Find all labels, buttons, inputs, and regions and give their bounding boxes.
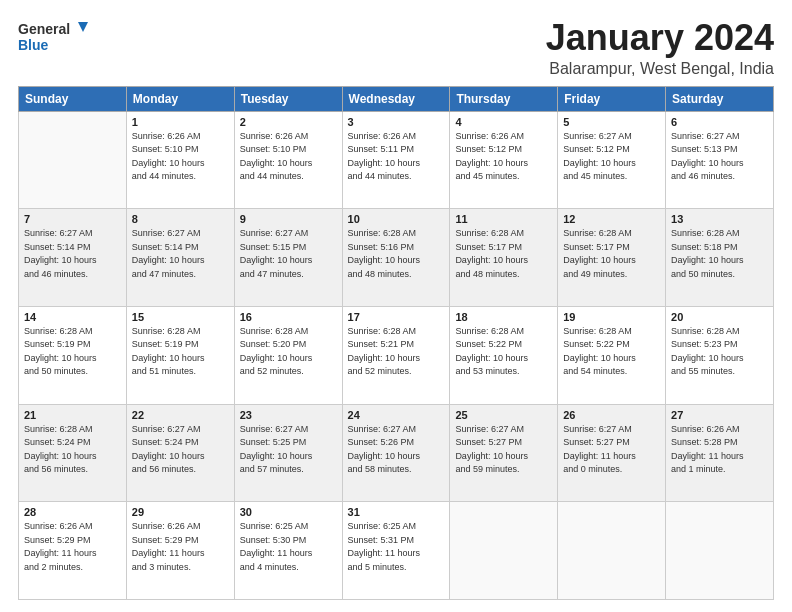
day-number: 24: [348, 409, 445, 421]
logo: General Blue: [18, 18, 88, 56]
calendar-cell: [450, 502, 558, 600]
day-info: Sunrise: 6:28 AMSunset: 5:22 PMDaylight:…: [563, 325, 660, 379]
day-info: Sunrise: 6:28 AMSunset: 5:19 PMDaylight:…: [24, 325, 121, 379]
day-number: 2: [240, 116, 337, 128]
svg-text:General: General: [18, 21, 70, 37]
calendar-cell: 20Sunrise: 6:28 AMSunset: 5:23 PMDayligh…: [666, 306, 774, 404]
day-number: 19: [563, 311, 660, 323]
calendar-cell: 28Sunrise: 6:26 AMSunset: 5:29 PMDayligh…: [19, 502, 127, 600]
col-tuesday: Tuesday: [234, 86, 342, 111]
calendar-page: General Blue January 2024 Balarampur, We…: [0, 0, 792, 612]
day-number: 18: [455, 311, 552, 323]
header: General Blue January 2024 Balarampur, We…: [18, 18, 774, 78]
day-info: Sunrise: 6:25 AMSunset: 5:31 PMDaylight:…: [348, 520, 445, 574]
day-number: 22: [132, 409, 229, 421]
day-number: 26: [563, 409, 660, 421]
calendar-cell: 30Sunrise: 6:25 AMSunset: 5:30 PMDayligh…: [234, 502, 342, 600]
day-number: 16: [240, 311, 337, 323]
col-wednesday: Wednesday: [342, 86, 450, 111]
day-number: 7: [24, 213, 121, 225]
day-info: Sunrise: 6:28 AMSunset: 5:19 PMDaylight:…: [132, 325, 229, 379]
day-number: 6: [671, 116, 768, 128]
calendar-cell: 1Sunrise: 6:26 AMSunset: 5:10 PMDaylight…: [126, 111, 234, 209]
week-row-1: 1Sunrise: 6:26 AMSunset: 5:10 PMDaylight…: [19, 111, 774, 209]
calendar-cell: [558, 502, 666, 600]
calendar-cell: 26Sunrise: 6:27 AMSunset: 5:27 PMDayligh…: [558, 404, 666, 502]
day-info: Sunrise: 6:28 AMSunset: 5:22 PMDaylight:…: [455, 325, 552, 379]
col-thursday: Thursday: [450, 86, 558, 111]
day-info: Sunrise: 6:26 AMSunset: 5:10 PMDaylight:…: [240, 130, 337, 184]
calendar-cell: 24Sunrise: 6:27 AMSunset: 5:26 PMDayligh…: [342, 404, 450, 502]
day-number: 11: [455, 213, 552, 225]
day-info: Sunrise: 6:28 AMSunset: 5:23 PMDaylight:…: [671, 325, 768, 379]
month-title: January 2024: [546, 18, 774, 58]
col-friday: Friday: [558, 86, 666, 111]
calendar-cell: [19, 111, 127, 209]
day-info: Sunrise: 6:26 AMSunset: 5:10 PMDaylight:…: [132, 130, 229, 184]
calendar-cell: 13Sunrise: 6:28 AMSunset: 5:18 PMDayligh…: [666, 209, 774, 307]
day-number: 5: [563, 116, 660, 128]
day-info: Sunrise: 6:27 AMSunset: 5:13 PMDaylight:…: [671, 130, 768, 184]
day-info: Sunrise: 6:27 AMSunset: 5:14 PMDaylight:…: [132, 227, 229, 281]
week-row-4: 21Sunrise: 6:28 AMSunset: 5:24 PMDayligh…: [19, 404, 774, 502]
day-info: Sunrise: 6:27 AMSunset: 5:27 PMDaylight:…: [563, 423, 660, 477]
col-sunday: Sunday: [19, 86, 127, 111]
day-number: 27: [671, 409, 768, 421]
col-saturday: Saturday: [666, 86, 774, 111]
calendar-cell: 3Sunrise: 6:26 AMSunset: 5:11 PMDaylight…: [342, 111, 450, 209]
calendar-cell: 12Sunrise: 6:28 AMSunset: 5:17 PMDayligh…: [558, 209, 666, 307]
day-number: 13: [671, 213, 768, 225]
calendar-cell: 17Sunrise: 6:28 AMSunset: 5:21 PMDayligh…: [342, 306, 450, 404]
day-number: 28: [24, 506, 121, 518]
calendar-cell: 29Sunrise: 6:26 AMSunset: 5:29 PMDayligh…: [126, 502, 234, 600]
day-info: Sunrise: 6:25 AMSunset: 5:30 PMDaylight:…: [240, 520, 337, 574]
day-info: Sunrise: 6:26 AMSunset: 5:29 PMDaylight:…: [132, 520, 229, 574]
week-row-2: 7Sunrise: 6:27 AMSunset: 5:14 PMDaylight…: [19, 209, 774, 307]
day-info: Sunrise: 6:27 AMSunset: 5:14 PMDaylight:…: [24, 227, 121, 281]
calendar-cell: 5Sunrise: 6:27 AMSunset: 5:12 PMDaylight…: [558, 111, 666, 209]
calendar-cell: 7Sunrise: 6:27 AMSunset: 5:14 PMDaylight…: [19, 209, 127, 307]
day-info: Sunrise: 6:27 AMSunset: 5:26 PMDaylight:…: [348, 423, 445, 477]
calendar-cell: 31Sunrise: 6:25 AMSunset: 5:31 PMDayligh…: [342, 502, 450, 600]
day-info: Sunrise: 6:26 AMSunset: 5:28 PMDaylight:…: [671, 423, 768, 477]
calendar-cell: 6Sunrise: 6:27 AMSunset: 5:13 PMDaylight…: [666, 111, 774, 209]
title-block: January 2024 Balarampur, West Bengal, In…: [546, 18, 774, 78]
day-number: 31: [348, 506, 445, 518]
day-number: 29: [132, 506, 229, 518]
day-info: Sunrise: 6:27 AMSunset: 5:15 PMDaylight:…: [240, 227, 337, 281]
calendar-cell: 27Sunrise: 6:26 AMSunset: 5:28 PMDayligh…: [666, 404, 774, 502]
day-number: 9: [240, 213, 337, 225]
day-info: Sunrise: 6:28 AMSunset: 5:16 PMDaylight:…: [348, 227, 445, 281]
day-number: 17: [348, 311, 445, 323]
calendar-cell: 18Sunrise: 6:28 AMSunset: 5:22 PMDayligh…: [450, 306, 558, 404]
calendar-cell: 21Sunrise: 6:28 AMSunset: 5:24 PMDayligh…: [19, 404, 127, 502]
day-info: Sunrise: 6:28 AMSunset: 5:21 PMDaylight:…: [348, 325, 445, 379]
calendar-cell: 16Sunrise: 6:28 AMSunset: 5:20 PMDayligh…: [234, 306, 342, 404]
calendar-table: Sunday Monday Tuesday Wednesday Thursday…: [18, 86, 774, 600]
day-info: Sunrise: 6:27 AMSunset: 5:25 PMDaylight:…: [240, 423, 337, 477]
calendar-cell: 8Sunrise: 6:27 AMSunset: 5:14 PMDaylight…: [126, 209, 234, 307]
day-number: 23: [240, 409, 337, 421]
day-number: 12: [563, 213, 660, 225]
day-number: 15: [132, 311, 229, 323]
day-number: 1: [132, 116, 229, 128]
week-row-5: 28Sunrise: 6:26 AMSunset: 5:29 PMDayligh…: [19, 502, 774, 600]
calendar-cell: 2Sunrise: 6:26 AMSunset: 5:10 PMDaylight…: [234, 111, 342, 209]
calendar-cell: 4Sunrise: 6:26 AMSunset: 5:12 PMDaylight…: [450, 111, 558, 209]
location: Balarampur, West Bengal, India: [546, 60, 774, 78]
svg-marker-2: [78, 22, 88, 32]
calendar-cell: 10Sunrise: 6:28 AMSunset: 5:16 PMDayligh…: [342, 209, 450, 307]
calendar-cell: 22Sunrise: 6:27 AMSunset: 5:24 PMDayligh…: [126, 404, 234, 502]
day-info: Sunrise: 6:28 AMSunset: 5:24 PMDaylight:…: [24, 423, 121, 477]
day-number: 10: [348, 213, 445, 225]
logo-svg: General Blue: [18, 18, 88, 56]
day-info: Sunrise: 6:27 AMSunset: 5:27 PMDaylight:…: [455, 423, 552, 477]
calendar-cell: 23Sunrise: 6:27 AMSunset: 5:25 PMDayligh…: [234, 404, 342, 502]
day-number: 21: [24, 409, 121, 421]
day-number: 4: [455, 116, 552, 128]
day-info: Sunrise: 6:28 AMSunset: 5:17 PMDaylight:…: [455, 227, 552, 281]
day-info: Sunrise: 6:27 AMSunset: 5:12 PMDaylight:…: [563, 130, 660, 184]
week-row-3: 14Sunrise: 6:28 AMSunset: 5:19 PMDayligh…: [19, 306, 774, 404]
day-number: 20: [671, 311, 768, 323]
day-info: Sunrise: 6:28 AMSunset: 5:18 PMDaylight:…: [671, 227, 768, 281]
